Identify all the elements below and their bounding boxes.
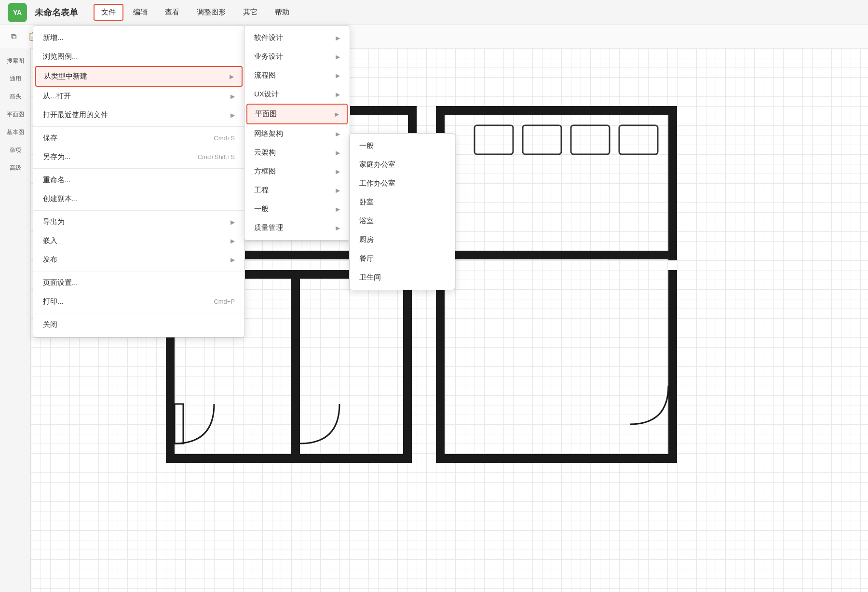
submenu-software[interactable]: 软件设计 ▶ bbox=[244, 28, 350, 47]
submenu-business[interactable]: 业务设计 ▶ bbox=[244, 47, 350, 66]
file-menu-divider4 bbox=[33, 271, 244, 271]
submenu-ux[interactable]: UX设计 ▶ bbox=[244, 85, 350, 104]
file-menu-save[interactable]: 保存 Cmd+S bbox=[33, 129, 244, 148]
file-menu-publish[interactable]: 发布 ▶ bbox=[33, 250, 244, 269]
file-menu-new[interactable]: 新增... bbox=[33, 28, 244, 47]
file-menu-divider3 bbox=[33, 210, 244, 211]
app: YA 未命名表单 文件 编辑 查看 调整图形 其它 帮助 ⧉ 📋 ◈ ╱ □ →… bbox=[0, 0, 868, 592]
dropdown-overlay: 新增... 浏览图例... 从类型中新建 ▶ 从...打开 ▶ 打开最近使用的文… bbox=[0, 0, 868, 592]
file-menu-divider5 bbox=[33, 313, 244, 313]
file-menu-duplicate[interactable]: 创建副本... bbox=[33, 189, 244, 208]
file-menu-export[interactable]: 导出为 ▶ bbox=[33, 213, 244, 231]
file-menu-rename[interactable]: 重命名... bbox=[33, 171, 244, 189]
file-menu-divider1 bbox=[33, 126, 244, 127]
submenu-fp-kitchen[interactable]: 厨房 bbox=[350, 230, 455, 249]
submenu-fp-toilet[interactable]: 卫生间 bbox=[350, 268, 455, 287]
file-menu-new-from-type[interactable]: 从类型中新建 ▶ bbox=[35, 66, 243, 87]
file-menu-pagesetup[interactable]: 页面设置... bbox=[33, 273, 244, 292]
file-menu-print[interactable]: 打印... Cmd+P bbox=[33, 292, 244, 311]
file-menu-divider2 bbox=[33, 168, 244, 169]
file-menu: 新增... 浏览图例... 从类型中新建 ▶ 从...打开 ▶ 打开最近使用的文… bbox=[33, 25, 245, 337]
submenu-fp-work-office[interactable]: 工作办公室 bbox=[350, 174, 455, 193]
submenu-fp-home-office[interactable]: 家庭办公室 bbox=[350, 155, 455, 174]
submenu-general[interactable]: 一般 ▶ bbox=[244, 200, 350, 218]
submenu-engineering[interactable]: 工程 ▶ bbox=[244, 181, 350, 200]
submenu-fp-bathroom[interactable]: 浴室 bbox=[350, 212, 455, 230]
file-menu-close[interactable]: 关闭 bbox=[33, 315, 244, 334]
submenu-flowchart[interactable]: 流程图 ▶ bbox=[244, 66, 350, 85]
file-menu-saveas[interactable]: 另存为... Cmd+Shift+S bbox=[33, 148, 244, 166]
submenu-network[interactable]: 网络架构 ▶ bbox=[244, 124, 350, 143]
submenu-boxdiagram[interactable]: 方框图 ▶ bbox=[244, 162, 350, 181]
submenu-fp-bedroom[interactable]: 卧室 bbox=[350, 193, 455, 212]
submenu-quality[interactable]: 质量管理 ▶ bbox=[244, 218, 350, 237]
submenu-fp-dining[interactable]: 餐厅 bbox=[350, 249, 455, 268]
file-menu-open-from[interactable]: 从...打开 ▶ bbox=[33, 87, 244, 106]
file-menu-embed[interactable]: 嵌入 ▶ bbox=[33, 231, 244, 250]
submenu-floorplan-options: 一般 家庭办公室 工作办公室 卧室 浴室 厨房 餐厅 卫生间 bbox=[349, 133, 455, 290]
submenu-fp-general[interactable]: 一般 bbox=[350, 136, 455, 155]
file-menu-browse[interactable]: 浏览图例... bbox=[33, 47, 244, 66]
submenu-types: 软件设计 ▶ 业务设计 ▶ 流程图 ▶ UX设计 ▶ 平面图 ▶ 网络架构 bbox=[244, 25, 350, 241]
submenu-floorplan[interactable]: 平面图 ▶ bbox=[246, 104, 348, 124]
submenu-cloud[interactable]: 云架构 ▶ bbox=[244, 143, 350, 162]
file-menu-recent[interactable]: 打开最近使用的文件 ▶ bbox=[33, 106, 244, 124]
